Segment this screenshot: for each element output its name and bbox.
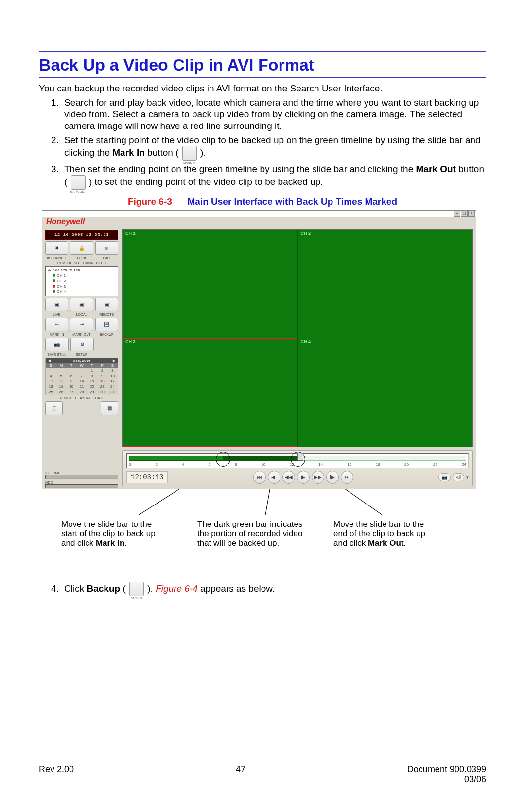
cal-day[interactable]: 7	[76, 373, 87, 379]
cal-day[interactable]: 16	[97, 379, 107, 384]
cal-day[interactable]: 6	[66, 373, 76, 379]
step-2-bold: Mark In	[112, 147, 145, 158]
cal-dow-row: S M T W T F S	[46, 363, 118, 368]
cal-day[interactable]: 21	[76, 384, 87, 389]
cal-day[interactable]: 3	[107, 368, 118, 373]
cal-day[interactable]: 28	[76, 389, 87, 395]
cal-day-grid[interactable]: 1234567891011121314151617181920212223242…	[46, 368, 118, 395]
footer-rev: Rev 2.00	[39, 764, 74, 785]
step-4-bold: Backup	[87, 583, 120, 594]
cal-day[interactable]: 18	[46, 384, 56, 389]
cal-day[interactable]: 1	[87, 368, 97, 373]
camera-icon	[52, 274, 55, 277]
cal-day[interactable]: 8	[87, 373, 97, 379]
maximize-button[interactable]: ▢	[461, 211, 468, 217]
cal-day[interactable]: 23	[97, 384, 107, 389]
tick: 14	[318, 462, 323, 467]
cal-day[interactable]: 19	[56, 384, 66, 389]
cal-prev-button[interactable]: ◀	[48, 359, 51, 363]
exit-button[interactable]: ⎋	[95, 241, 118, 255]
play-button[interactable]: ▶	[297, 471, 310, 484]
annotation-2: The dark green bar indicates the portion…	[197, 520, 319, 548]
camera-pane-1[interactable]: CH 1	[122, 230, 298, 338]
lock-label: LOCK	[70, 256, 93, 260]
tick: 0	[129, 462, 131, 467]
disconnect-button[interactable]: ✖	[45, 241, 68, 255]
cal-day[interactable]: 11	[46, 379, 56, 384]
pb-quad-button[interactable]: ▦	[101, 401, 118, 415]
cal-next-button[interactable]: ▶	[113, 359, 116, 363]
setup-button[interactable]: ⚙	[70, 338, 94, 351]
dow: S	[107, 363, 118, 368]
ann-line: Move the slide bar to the	[333, 520, 424, 529]
goto-end-button[interactable]: ⏭	[341, 471, 353, 484]
tree-ch1[interactable]: CH 1	[57, 273, 66, 278]
dropdown-icon[interactable]: ▾	[466, 475, 469, 480]
rule-top	[39, 51, 486, 52]
fast-forward-button[interactable]: ▶▶	[312, 471, 324, 484]
step-1-text: Search for and play back video, locate w…	[64, 97, 479, 131]
timeline[interactable]: 0 2 4 6 8 10 12 14 16 18 20	[126, 453, 469, 468]
camera-pane-4[interactable]: CH 4	[298, 338, 473, 447]
camera-tree[interactable]: 🖧164.178.45.139 CH 1 CH 2 CH 3 CH 4	[45, 266, 118, 296]
camera-pane-2[interactable]: CH 2	[298, 230, 473, 338]
goto-start-button[interactable]: ⏮	[253, 471, 266, 484]
backup-button[interactable]: 💾	[95, 318, 118, 331]
cal-day[interactable]: 31	[107, 389, 118, 395]
camera-filter-icon[interactable]: 📷	[438, 473, 451, 481]
cam1-label: CH 1	[125, 231, 136, 235]
icon-label: BACKUP	[128, 597, 145, 601]
cal-day[interactable]: 10	[107, 373, 118, 379]
cal-day[interactable]: 5	[56, 373, 66, 379]
dow: S	[46, 363, 56, 368]
save-still-button[interactable]: 📷	[45, 338, 69, 351]
cal-day[interactable]: 9	[97, 373, 107, 379]
tree-ch3[interactable]: CH 3	[57, 284, 66, 289]
step-forward-button[interactable]: Ⅰ▶	[326, 471, 339, 484]
live-button[interactable]: ▣	[45, 298, 68, 311]
tree-ch2[interactable]: CH 2	[57, 279, 66, 283]
cal-day[interactable]: 26	[56, 389, 66, 395]
cal-day[interactable]: 29	[87, 389, 97, 395]
cal-day[interactable]: 20	[66, 384, 76, 389]
tree-ch4[interactable]: CH 4	[57, 289, 66, 294]
cal-day[interactable]: 22	[87, 384, 97, 389]
volume-slider[interactable]	[45, 475, 118, 479]
cam4-label: CH 4	[301, 339, 311, 344]
camera-filter-value[interactable]: All	[453, 473, 464, 481]
close-button[interactable]: ×	[468, 211, 475, 217]
playback-panel: 0 2 4 6 8 10 12 14 16 18 20	[122, 450, 473, 487]
camera-pane-3[interactable]: CH 3	[122, 338, 298, 447]
tick: 10	[261, 462, 265, 467]
cal-day[interactable]: 17	[107, 379, 118, 384]
cal-day[interactable]: 4	[46, 373, 56, 379]
cal-day[interactable]: 25	[46, 389, 56, 395]
ann-line: and click	[333, 539, 368, 548]
markout-icon: MARK-OUT	[71, 175, 86, 190]
cal-day[interactable]: 12	[56, 379, 66, 384]
pb-single-button[interactable]: ▢	[45, 401, 63, 415]
cal-day[interactable]: 13	[66, 379, 76, 384]
cal-month-label: Dec, 2005	[73, 359, 91, 363]
step-4-text-b: (	[122, 583, 128, 594]
cal-day[interactable]: 15	[87, 379, 97, 384]
step-back-button[interactable]: ◀Ⅰ	[268, 471, 280, 484]
cal-day[interactable]: 30	[97, 389, 107, 395]
calendar[interactable]: ◀ Dec, 2005 ▶ S M T W T F S	[45, 358, 118, 395]
minimize-button[interactable]: –	[454, 211, 460, 217]
rewind-button[interactable]: ◀◀	[282, 471, 295, 484]
local-button[interactable]: ▣	[70, 298, 93, 311]
page-title: Back Up a Video Clip in AVI Format	[39, 55, 486, 74]
tick: 18	[376, 462, 380, 467]
markout-button[interactable]: ⇥	[70, 318, 93, 331]
cal-day[interactable]: 14	[76, 379, 87, 384]
cal-day[interactable]: 24	[107, 384, 118, 389]
footer-page: 47	[236, 764, 245, 785]
markin-button[interactable]: ⇤	[45, 318, 68, 331]
cal-day[interactable]: 2	[97, 368, 107, 373]
hdd-meter	[45, 484, 118, 488]
step-3: Then set the ending point on the green t…	[61, 163, 486, 190]
cal-day[interactable]: 27	[66, 389, 76, 395]
remote-button[interactable]: ▣	[95, 298, 118, 311]
lock-button[interactable]: 🔒	[70, 241, 93, 255]
